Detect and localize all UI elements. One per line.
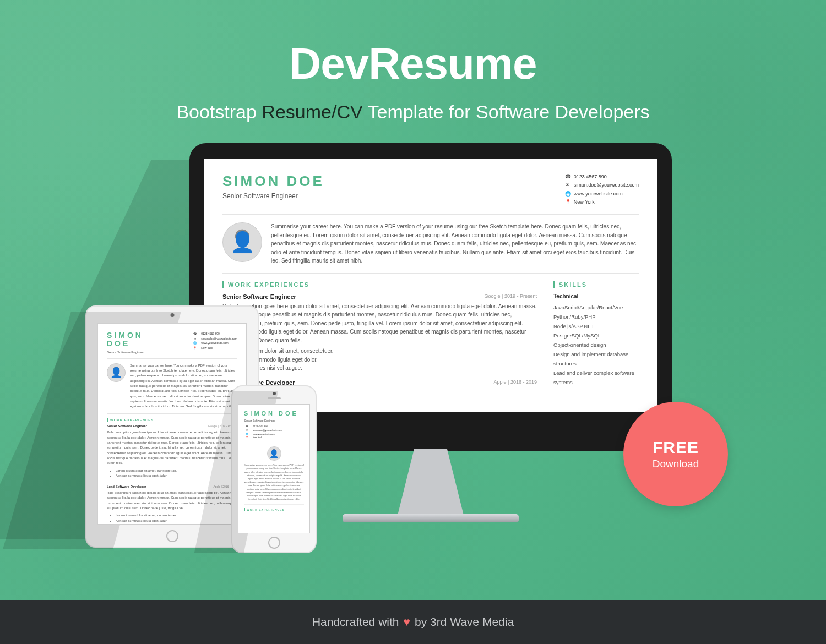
- skill-item: Lead and deliver complex software system…: [553, 368, 639, 387]
- product-subtitle: Bootstrap Resume/CV Template for Softwar…: [0, 101, 826, 123]
- resume-name: SIMON DOE: [107, 331, 144, 348]
- pin-icon: 📍: [192, 346, 198, 351]
- footer: Handcrafted with ♥ by 3rd Wave Media: [0, 600, 826, 644]
- email-icon: ✉: [244, 429, 249, 433]
- job-bullet: Aenean commodo ligula eget dolor.: [231, 356, 537, 364]
- pin-icon: 📍: [244, 436, 249, 440]
- resume-summary: Summarise your career here. You can make…: [271, 222, 639, 265]
- contact-website: www.yourwebsite.com: [574, 190, 623, 198]
- resume-name: SIMON DOE: [244, 410, 304, 417]
- globe-icon: 🌐: [192, 341, 198, 346]
- job-item: Senior Software EngineerGoogle | 2019 - …: [222, 293, 537, 373]
- avatar: 👤: [222, 222, 262, 262]
- avatar: 👤: [267, 446, 281, 461]
- phone-icon: ☎: [565, 173, 570, 181]
- skill-item: Object-oriented design: [553, 340, 639, 350]
- heart-icon: ♥: [403, 615, 410, 629]
- email-icon: ✉: [565, 181, 570, 189]
- section-work-heading: WORK EXPERIENCES: [107, 418, 237, 422]
- desktop-stand: [398, 449, 464, 515]
- phone-home-button[interactable]: [268, 537, 280, 549]
- resume-contact: ☎0123 4567 890 ✉simon.doe@yourwebsite.co…: [192, 331, 237, 354]
- section-skills-heading: SKILLS: [553, 281, 639, 288]
- job-bullet: Lorem ipsum dolor sit amet, consectetuer…: [231, 347, 537, 356]
- job-item: Lead Software DeveloperApple | 2016 - 20…: [222, 379, 537, 386]
- skill-item: Python/Ruby/PHP: [553, 312, 639, 321]
- resume-name: SIMON DOE: [222, 173, 324, 190]
- phone-speaker-icon: [268, 397, 281, 399]
- product-title: DevResume: [0, 39, 826, 89]
- resume-role: Senior Software Engineer: [244, 419, 304, 422]
- section-work-heading: WORK EXPERIENCES: [244, 508, 304, 511]
- contact-email: simon.doe@yourwebsite.com: [574, 181, 639, 189]
- skills-list: JavaScript/Angular/React/Vue Python/Ruby…: [553, 303, 639, 388]
- free-download-badge[interactable]: FREE Download: [623, 402, 728, 506]
- phone-camera-icon: [273, 392, 276, 395]
- section-work-heading: WORK EXPERIENCES: [222, 281, 537, 288]
- badge-line2: Download: [653, 458, 699, 470]
- job-desc: Role description goes here ipsum dolor s…: [222, 302, 537, 345]
- job-title: Senior Software Engineer: [222, 293, 296, 300]
- phone-screen: SIMON DOE Senior Software Engineer ☎0123…: [238, 404, 310, 533]
- tablet-home-button[interactable]: [166, 530, 178, 542]
- subtitle-pre: Bootstrap: [176, 101, 262, 122]
- resume-summary: Summarise your career here. You can make…: [130, 363, 237, 410]
- globe-icon: 🌐: [565, 190, 570, 198]
- job-bullet: Etiam ultricies nisi vel augue.: [231, 364, 537, 373]
- footer-pre: Handcrafted with: [312, 615, 399, 629]
- contact-phone: 0123 4567 890: [574, 173, 607, 181]
- resume-contact: ☎0123 4567 890 ✉simon.doe@yourwebsite.co…: [565, 173, 639, 206]
- phone-icon: ☎: [192, 331, 198, 336]
- phone-icon: ☎: [244, 425, 249, 429]
- resume-role: Senior Software Engineer: [222, 192, 324, 200]
- avatar: 👤: [107, 363, 126, 382]
- skill-item: JavaScript/Angular/React/Vue: [553, 303, 639, 312]
- contact-location: New York: [574, 198, 595, 206]
- badge-line1: FREE: [653, 438, 699, 457]
- hero: DevResume Bootstrap Resume/CV Template f…: [0, 0, 826, 123]
- tablet-camera-icon: [170, 313, 174, 317]
- phone-mockup: SIMON DOE Senior Software Engineer ☎0123…: [231, 385, 317, 553]
- skill-item: PostgreSQL/MySQL: [553, 331, 639, 340]
- skills-group: Technical: [553, 293, 639, 299]
- job-meta: Apple | 2016 - 2019: [494, 379, 537, 386]
- resume-contact: ☎0123 4567 890 ✉simon.doe@yourwebsite.co…: [244, 425, 304, 440]
- subtitle-post: Template for Software Developers: [363, 101, 650, 122]
- footer-post: by 3rd Wave Media: [415, 615, 514, 629]
- pin-icon: 📍: [565, 198, 570, 206]
- subtitle-emphasis: Resume/CV: [262, 101, 362, 122]
- email-icon: ✉: [192, 336, 198, 341]
- globe-icon: 🌐: [244, 433, 249, 436]
- resume-role: Senior Software Engineer: [107, 351, 144, 354]
- resume-summary: Summarise your career here. You can make…: [244, 463, 304, 501]
- desktop-screen: SIMON DOE Senior Software Engineer ☎0123…: [204, 159, 657, 412]
- skill-item: Node.js/ASP.NET: [553, 321, 639, 331]
- skill-item: Design and implement database structures: [553, 350, 639, 368]
- job-meta: Google | 2019 - Present: [485, 293, 537, 300]
